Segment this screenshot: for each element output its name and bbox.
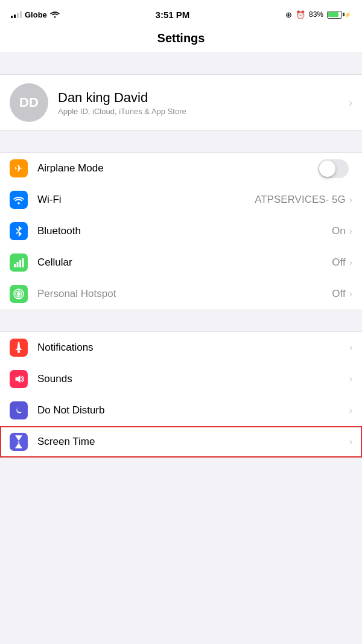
- svg-rect-3: [22, 258, 24, 267]
- signal-bars: [11, 11, 22, 18]
- cellular-icon: [10, 253, 28, 272]
- cellular-value: Off: [332, 257, 345, 269]
- hotspot-row[interactable]: Personal Hotspot Off ›: [0, 278, 362, 310]
- notifications-label: Notifications: [37, 342, 349, 354]
- notifications-icon: [10, 339, 28, 357]
- svg-rect-0: [14, 264, 16, 267]
- svg-marker-7: [16, 375, 21, 383]
- notifications-chevron: ›: [349, 342, 352, 353]
- do-not-disturb-icon: [10, 401, 28, 419]
- profile-name: Dan king David: [58, 90, 349, 106]
- status-time: 3:51 PM: [156, 10, 190, 20]
- hotspot-icon: [10, 285, 28, 303]
- do-not-disturb-chevron: ›: [349, 405, 352, 416]
- airplane-mode-row[interactable]: ✈ Airplane Mode: [0, 153, 362, 184]
- charging-icon: ⚡: [344, 11, 351, 18]
- profile-info: Dan king David Apple ID, iCloud, iTunes …: [58, 90, 349, 116]
- wifi-label: Wi-Fi: [37, 194, 255, 206]
- carrier-label: Globe: [25, 10, 47, 19]
- cellular-row[interactable]: Cellular Off ›: [0, 247, 362, 278]
- sounds-chevron: ›: [349, 374, 352, 384]
- svg-rect-2: [19, 260, 21, 267]
- alarm-icon: ⏰: [296, 10, 305, 19]
- bluetooth-row[interactable]: Bluetooth On ›: [0, 215, 362, 247]
- page-title: Settings: [0, 25, 362, 53]
- status-right: ⊕ ⏰ 83% ⚡: [285, 10, 351, 19]
- section-gap-2: [0, 131, 362, 152]
- wifi-icon: [10, 191, 28, 209]
- cellular-label: Cellular: [37, 257, 332, 269]
- avatar: DD: [10, 83, 48, 122]
- toggle-knob: [319, 161, 335, 177]
- svg-point-6: [18, 342, 20, 344]
- hotspot-value: Off: [332, 288, 345, 300]
- hotspot-label: Personal Hotspot: [37, 288, 332, 300]
- wifi-chevron: ›: [349, 194, 352, 205]
- bluetooth-value: On: [332, 225, 346, 237]
- airplane-mode-label: Airplane Mode: [37, 162, 318, 174]
- status-bar: Globe 3:51 PM ⊕ ⏰ 83% ⚡: [0, 0, 362, 25]
- notifications-row[interactable]: Notifications ›: [0, 332, 362, 363]
- airplane-mode-icon: ✈: [10, 159, 28, 177]
- system-section: Notifications › Sounds › Do Not Disturb: [0, 331, 362, 458]
- battery-percent: 83%: [309, 10, 323, 19]
- section-gap-top: [0, 53, 362, 74]
- cellular-chevron: ›: [349, 257, 352, 268]
- hotspot-chevron: ›: [349, 289, 352, 299]
- sounds-row[interactable]: Sounds ›: [0, 363, 362, 395]
- screen-time-chevron: ›: [349, 436, 352, 447]
- wifi-row[interactable]: Wi-Fi ATPSERVICES- 5G ›: [0, 184, 362, 215]
- wifi-value: ATPSERVICES- 5G: [255, 194, 346, 206]
- battery-container: ⚡: [327, 11, 351, 19]
- profile-row[interactable]: DD Dan king David Apple ID, iCloud, iTun…: [0, 74, 362, 131]
- sounds-label: Sounds: [37, 373, 349, 385]
- bluetooth-label: Bluetooth: [37, 225, 332, 237]
- battery-icon: [327, 11, 342, 19]
- connectivity-section: ✈ Airplane Mode Wi-Fi ATPSERVICES- 5G › …: [0, 152, 362, 310]
- svg-rect-1: [17, 262, 19, 267]
- profile-subtitle: Apple ID, iCloud, iTunes & App Store: [58, 107, 349, 116]
- lock-icon: ⊕: [285, 10, 292, 19]
- svg-point-4: [17, 292, 21, 296]
- screen-time-label: Screen Time: [37, 436, 349, 448]
- wifi-status-icon: [50, 11, 60, 18]
- profile-chevron: ›: [349, 97, 352, 109]
- battery-fill: [328, 12, 338, 17]
- svg-rect-5: [17, 350, 20, 353]
- bluetooth-icon: [10, 222, 28, 240]
- status-left: Globe: [11, 10, 60, 19]
- sounds-icon: [10, 370, 28, 388]
- airplane-mode-toggle[interactable]: [318, 159, 349, 178]
- screen-time-icon: [10, 433, 28, 451]
- do-not-disturb-row[interactable]: Do Not Disturb ›: [0, 395, 362, 426]
- screen-time-row[interactable]: Screen Time ›: [0, 426, 362, 457]
- section-gap-3: [0, 310, 362, 331]
- do-not-disturb-label: Do Not Disturb: [37, 404, 349, 416]
- bluetooth-chevron: ›: [349, 226, 352, 237]
